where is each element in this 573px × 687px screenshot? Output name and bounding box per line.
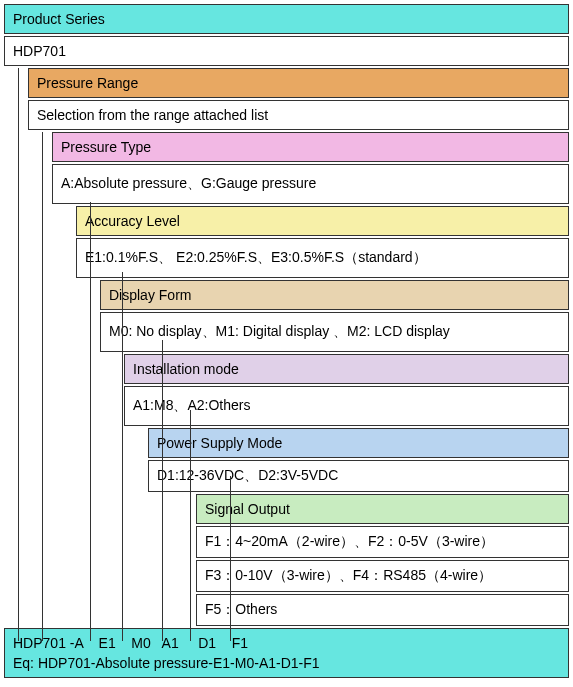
power-supply-value: D1:12-36VDC、D2:3V-5VDC (148, 460, 569, 492)
signal-output-header: Signal Output (196, 494, 569, 524)
value: F5：Others (205, 601, 277, 617)
pressure-type-header: Pressure Type (52, 132, 569, 162)
display-form-value: M0: No display、M1: Digital display 、M2: … (100, 312, 569, 352)
pressure-range-value: Selection from the range attached list (28, 100, 569, 130)
example-text: Eq: HDP701-Absolute pressure-E1-M0-A1-D1… (13, 655, 320, 671)
value: A:Absolute pressure、G:Gauge pressure (61, 175, 316, 191)
label: Power Supply Mode (157, 435, 282, 451)
pressure-type-value: A:Absolute pressure、G:Gauge pressure (52, 164, 569, 204)
order-code-diagram: Product Series HDP701 Pressure Range Sel… (4, 4, 569, 678)
installation-mode-header: Installation mode (124, 354, 569, 384)
code-line: HDP701 -A E1 M0 A1 D1 F1 (13, 633, 560, 653)
label: Accuracy Level (85, 213, 180, 229)
label: Product Series (13, 11, 105, 27)
product-series-header: Product Series (4, 4, 569, 34)
signal-output-value-1: F1：4~20mA（2-wire）、F2：0-5V（3-wire） (196, 526, 569, 558)
code-text: HDP701 -A E1 M0 A1 D1 F1 (13, 635, 248, 651)
value: A1:M8、A2:Others (133, 397, 251, 413)
signal-output-value-2: F3：0-10V（3-wire）、F4：RS485（4-wire） (196, 560, 569, 592)
label: Signal Output (205, 501, 290, 517)
label: Installation mode (133, 361, 239, 377)
power-supply-header: Power Supply Mode (148, 428, 569, 458)
label: Pressure Range (37, 75, 138, 91)
pressure-range-header: Pressure Range (28, 68, 569, 98)
value: F1：4~20mA（2-wire）、F2：0-5V（3-wire） (205, 533, 494, 549)
value: D1:12-36VDC、D2:3V-5VDC (157, 467, 338, 483)
label: Pressure Type (61, 139, 151, 155)
example-code-footer: HDP701 -A E1 M0 A1 D1 F1 Eq: HDP701-Abso… (4, 628, 569, 678)
product-series-value: HDP701 (4, 36, 569, 66)
value: F3：0-10V（3-wire）、F4：RS485（4-wire） (205, 567, 492, 583)
signal-output-value-3: F5：Others (196, 594, 569, 626)
value: HDP701 (13, 43, 66, 59)
accuracy-level-value: E1:0.1%F.S、 E2:0.25%F.S、E3:0.5%F.S（stand… (76, 238, 569, 278)
example-line: Eq: HDP701-Absolute pressure-E1-M0-A1-D1… (13, 653, 560, 673)
value: E1:0.1%F.S、 E2:0.25%F.S、E3:0.5%F.S（stand… (85, 249, 427, 265)
accuracy-level-header: Accuracy Level (76, 206, 569, 236)
value: Selection from the range attached list (37, 107, 268, 123)
value: M0: No display、M1: Digital display 、M2: … (109, 323, 450, 339)
display-form-header: Display Form (100, 280, 569, 310)
